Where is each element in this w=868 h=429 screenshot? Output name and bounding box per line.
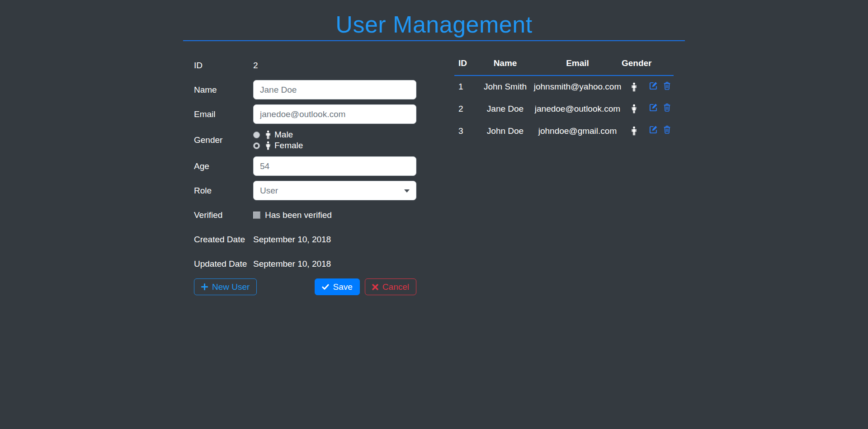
gender-option-female[interactable]: Female xyxy=(253,141,416,151)
header-gender: Gender xyxy=(622,56,646,75)
email-label: Email xyxy=(194,109,253,119)
updated-date-label: Updated Date xyxy=(194,259,253,269)
plus-icon xyxy=(201,283,208,290)
header-id: ID xyxy=(454,56,477,75)
field-row-verified: Verified Has been verified xyxy=(194,205,434,225)
users-table-header-row: ID Name Email Gender xyxy=(454,56,674,75)
row-email: johndoe@gmail.com xyxy=(533,120,622,142)
trash-icon xyxy=(662,81,672,91)
chevron-down-icon xyxy=(404,189,410,193)
field-row-updated: Updated Date September 10, 2018 xyxy=(194,254,434,273)
row-name: Jane Doe xyxy=(477,98,533,120)
field-row-email: Email xyxy=(194,104,434,124)
row-email: johnsmith@yahoo.com xyxy=(533,75,622,98)
field-row-role: Role User xyxy=(194,181,434,200)
row-email: janedoe@outlook.com xyxy=(533,98,622,120)
role-selected-value: User xyxy=(260,186,278,196)
field-row-id: ID 2 xyxy=(194,56,434,75)
female-radio[interactable] xyxy=(253,142,260,149)
cancel-button-label: Cancel xyxy=(382,282,409,292)
trash-icon xyxy=(662,125,672,135)
verified-option[interactable]: Has been verified xyxy=(253,210,416,220)
row-id: 2 xyxy=(454,98,477,120)
male-radio[interactable] xyxy=(253,132,260,138)
field-row-created: Created Date September 10, 2018 xyxy=(194,230,434,249)
row-id: 3 xyxy=(454,120,477,142)
field-row-name: Name xyxy=(194,80,434,99)
female-radio-label: Female xyxy=(274,141,303,151)
x-icon xyxy=(372,284,378,290)
age-input[interactable] xyxy=(253,156,416,176)
age-label: Age xyxy=(194,161,253,171)
header-email: Email xyxy=(533,56,622,75)
verified-label: Verified xyxy=(194,210,253,220)
edit-icon xyxy=(648,81,658,91)
new-user-button[interactable]: New User xyxy=(194,278,257,295)
updated-date-value: September 10, 2018 xyxy=(253,259,416,269)
field-row-age: Age xyxy=(194,156,434,176)
id-value: 2 xyxy=(253,61,416,71)
email-input[interactable] xyxy=(253,104,416,124)
user-management-page: User Management ID 2 Name Email xyxy=(183,12,685,295)
page-title: User Management xyxy=(183,12,685,38)
form-actions: New User Save Cancel xyxy=(194,278,416,295)
row-name: John Smith xyxy=(477,75,533,98)
cancel-button[interactable]: Cancel xyxy=(365,278,416,295)
field-row-gender: Gender Male Female xyxy=(194,129,434,151)
edit-row-button[interactable] xyxy=(648,125,658,135)
user-form: ID 2 Name Email Gender xyxy=(183,56,434,295)
delete-row-button[interactable] xyxy=(662,81,672,91)
created-date-label: Created Date xyxy=(194,235,253,245)
users-table-panel: ID Name Email Gender 1 John Smith johnsm… xyxy=(434,56,685,295)
role-select[interactable]: User xyxy=(253,181,416,200)
gender-option-male[interactable]: Male xyxy=(253,130,416,140)
table-row: 3 John Doe johndoe@gmail.com xyxy=(454,120,674,142)
male-radio-label: Male xyxy=(274,130,293,140)
gender-label: Gender xyxy=(194,135,253,145)
female-icon xyxy=(264,141,273,151)
edit-icon xyxy=(648,103,658,113)
male-icon xyxy=(264,130,273,140)
name-input[interactable] xyxy=(253,80,416,99)
name-label: Name xyxy=(194,85,253,95)
delete-row-button[interactable] xyxy=(662,103,672,113)
male-icon xyxy=(629,82,639,92)
edit-icon xyxy=(648,125,658,135)
trash-icon xyxy=(662,103,672,113)
new-user-button-label: New User xyxy=(212,282,250,292)
edit-row-button[interactable] xyxy=(648,81,658,91)
table-row: 2 Jane Doe janedoe@outlook.com xyxy=(454,98,674,120)
edit-row-button[interactable] xyxy=(648,103,658,113)
header-name: Name xyxy=(477,56,533,75)
check-icon xyxy=(322,284,329,290)
delete-row-button[interactable] xyxy=(662,125,672,135)
male-icon xyxy=(629,126,639,136)
row-id: 1 xyxy=(454,75,477,98)
female-icon xyxy=(629,104,639,114)
role-label: Role xyxy=(194,186,253,196)
id-label: ID xyxy=(194,61,253,71)
created-date-value: September 10, 2018 xyxy=(253,235,416,245)
row-name: John Doe xyxy=(477,120,533,142)
verified-checkbox[interactable] xyxy=(253,212,260,219)
verified-checkbox-label: Has been verified xyxy=(265,210,332,220)
table-row: 1 John Smith johnsmith@yahoo.com xyxy=(454,75,674,98)
users-table: ID Name Email Gender 1 John Smith johnsm… xyxy=(454,56,674,142)
save-button-label: Save xyxy=(333,282,353,292)
title-divider xyxy=(183,40,685,41)
header-actions-2 xyxy=(660,56,674,75)
save-button[interactable]: Save xyxy=(315,278,360,295)
